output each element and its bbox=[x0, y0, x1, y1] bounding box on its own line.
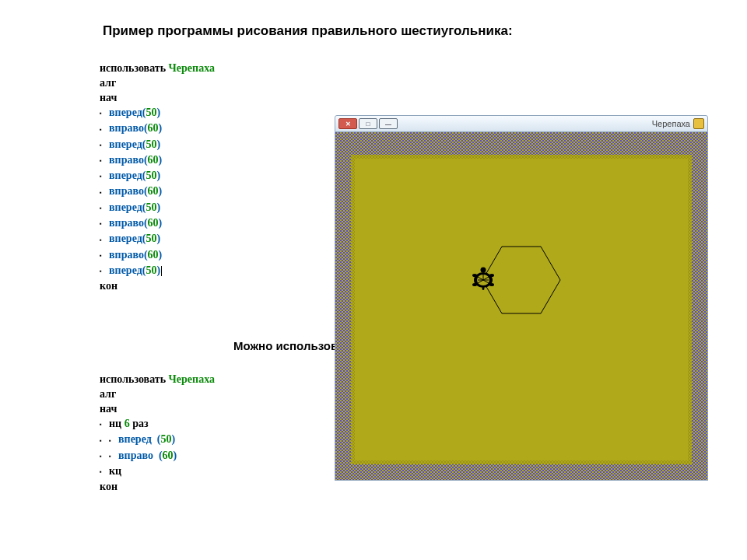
code-line: вперед(50) bbox=[100, 263, 215, 278]
code-line: вперед(50) bbox=[100, 231, 215, 247]
page-title: Пример программы рисования правильного ш… bbox=[103, 23, 513, 39]
turtle-icon bbox=[472, 267, 494, 290]
svg-point-5 bbox=[489, 274, 494, 277]
code-line: использовать Черепаха bbox=[100, 61, 215, 75]
window-minimize-button[interactable]: — bbox=[379, 118, 398, 129]
turtle-canvas bbox=[355, 159, 688, 460]
window-client-area bbox=[335, 132, 708, 481]
window-title: Черепаха bbox=[652, 119, 690, 128]
window-close-button[interactable]: ✕ bbox=[338, 118, 357, 129]
code-line: нц 6 раз bbox=[100, 416, 215, 432]
code-sample-1: использовать Черепаха алг нач вперед(50)… bbox=[100, 61, 215, 293]
code-line: кон bbox=[100, 479, 215, 494]
svg-marker-0 bbox=[482, 247, 560, 313]
code-line: вправо (60) bbox=[100, 448, 215, 464]
code-line: нач bbox=[100, 401, 215, 416]
window-titlebar[interactable]: ✕ □ — Черепаха bbox=[335, 115, 708, 132]
canvas-border bbox=[351, 155, 692, 464]
svg-point-4 bbox=[472, 274, 477, 277]
svg-point-6 bbox=[472, 283, 477, 286]
code-line: вправо(60) bbox=[100, 215, 215, 231]
code-line: вправо(60) bbox=[100, 247, 215, 263]
code-line: вперед(50) bbox=[100, 105, 215, 121]
code-line: вперед(50) bbox=[100, 137, 215, 152]
text-cursor bbox=[161, 266, 162, 276]
code-line: вправо(60) bbox=[100, 121, 215, 136]
code-line: использовать Черепаха bbox=[100, 372, 215, 387]
code-line: алг bbox=[100, 75, 215, 90]
code-line: кц bbox=[100, 464, 215, 479]
code-line: вправо(60) bbox=[100, 184, 215, 199]
code-line: вперед(50) bbox=[100, 200, 215, 215]
window-icon bbox=[693, 118, 704, 129]
code-line: нач bbox=[100, 90, 215, 105]
svg-point-8 bbox=[482, 287, 485, 290]
hexagon-drawing bbox=[463, 243, 580, 328]
svg-point-7 bbox=[489, 283, 494, 286]
code-line: вправо(60) bbox=[100, 152, 215, 168]
code-line: алг bbox=[100, 387, 215, 401]
code-line: кон bbox=[100, 278, 215, 293]
svg-point-3 bbox=[481, 267, 486, 272]
window-maximize-button[interactable]: □ bbox=[359, 118, 377, 129]
code-sample-2: использовать Черепаха алг нач нц 6 раз в… bbox=[100, 372, 215, 494]
turtle-output-window: ✕ □ — Черепаха bbox=[335, 115, 708, 481]
code-line: вперед(50) bbox=[100, 168, 215, 184]
code-line: вперед (50) bbox=[100, 432, 215, 447]
